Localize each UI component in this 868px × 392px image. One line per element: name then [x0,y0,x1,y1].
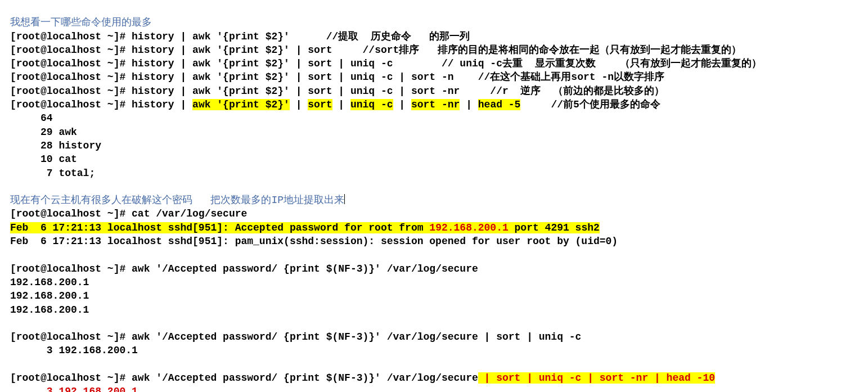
heading-1: 我想看一下哪些命令使用的最多 [10,17,152,28]
prompt: [root@localhost ~]# [10,331,132,343]
awk-cmd-2: awk '/Accepted password/ {print $(NF-3)}… [132,331,581,343]
cmd-line-6-head: head -5 [478,99,521,110]
secure-line-accepted-b: port 4291 ssh2 [509,222,600,233]
pipe: | [332,99,350,110]
prompt: [root@localhost ~]# [10,85,132,97]
comment-5: //r 逆序 （前边的都是比较多的） [490,85,664,97]
gap [332,44,363,56]
cmd-line-3: history | awk '{print $2}' | sort | uniq… [132,58,393,69]
text-caret-icon [344,194,345,204]
awk-cmd-3-tail: | sort | uniq -c | sort -nr | head -10 [478,372,715,384]
prompt: [root@localhost ~]# [10,263,132,274]
prompt: [root@localhost ~]# [10,31,132,42]
heading-2: 现在有个云主机有很多人在破解这个密码 把次数最多的IP地址提取出来 [10,195,344,206]
prompt: [root@localhost ~]# [10,71,132,83]
prompt: [root@localhost ~]# [10,208,132,219]
gap [460,85,490,97]
hist-out-row: 29 awk [10,127,77,138]
cmd-line-5: history | awk '{print $2}' | sort | uniq… [132,85,460,97]
cmd-line-1: history | awk '{print $2}' [132,31,290,42]
awk1-out-row: 192.168.200.1 [10,304,89,316]
pipe: | [460,99,478,110]
hist-out-row: 28 history [10,140,101,151]
cat-cmd: cat /var/log/secure [132,208,247,219]
hist-out-row: 7 total; [10,168,95,179]
prompt: [root@localhost ~]# [10,58,132,69]
comment-2: //sort排序 排序的目的是将相同的命令放在一起（只有放到一起才能去重复的） [363,44,741,56]
prompt: [root@localhost ~]# [10,372,132,384]
cmd-line-6-sortnr: sort -nr [411,99,460,110]
cmd-line-4: history | awk '{print $2}' | sort | uniq… [132,71,454,83]
gap [290,31,326,42]
secure-line-session: Feb 6 17:21:13 localhost sshd[951]: pam_… [10,236,618,247]
gap [393,58,442,69]
cmd-line-6-awk: awk '{print $2}' [192,99,290,110]
awk2-out: 3 192.168.200.1 [10,345,138,356]
pipe: | [290,99,308,110]
comment-1: //提取 历史命令 的那一列 [326,31,470,42]
cmd-line-6-sort: sort [308,99,332,110]
comment-6: //前5个使用最多的命令 [551,99,660,110]
cmd-line-2: history | awk '{print $2}' | sort [132,44,332,56]
comment-3: // uniq -c去重 显示重复次数 （只有放到一起才能去重复的） [442,58,762,69]
awk-cmd-3-pre: awk '/Accepted password/ {print $(NF-3)}… [132,372,478,384]
awk3-out: 3 192.168.200.1 [10,386,138,392]
pipe: | [393,99,411,110]
awk-cmd-1: awk '/Accepted password/ {print $(NF-3)}… [132,263,478,274]
gap [520,99,551,110]
cmd-line-6-pre: history | [132,99,192,110]
awk1-out-row: 192.168.200.1 [10,277,89,288]
cmd-line-6-uniq: uniq -c [350,99,393,110]
awk1-out-row: 192.168.200.1 [10,290,89,301]
prompt: [root@localhost ~]# [10,44,132,56]
hist-out-row: 10 cat [10,154,77,165]
secure-line-accepted-a: Feb 6 17:21:13 localhost sshd[951]: Acce… [10,222,429,233]
prompt: [root@localhost ~]# [10,99,132,110]
hist-out-row: 64 [10,112,53,124]
secure-line-accepted-ip: 192.168.200.1 [429,222,508,233]
gap [454,71,478,83]
comment-4: //在这个基础上再用sort -n以数字排序 [478,71,664,83]
